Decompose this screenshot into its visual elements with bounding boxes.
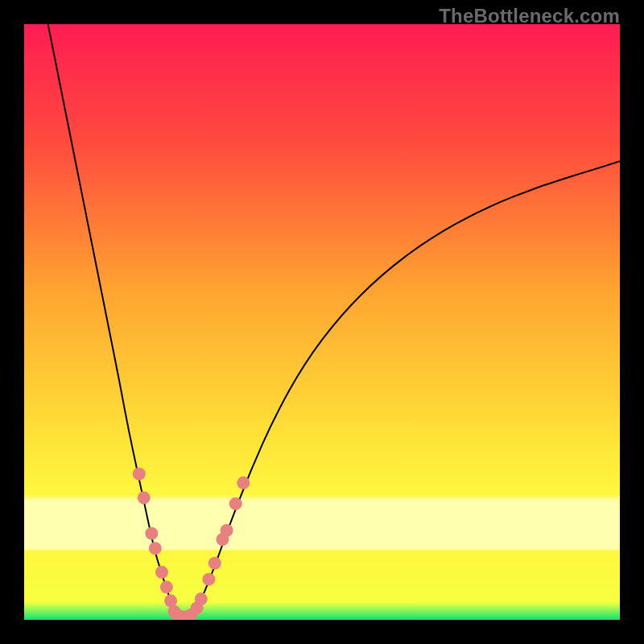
- marker-dot: [221, 524, 233, 537]
- marker-dot: [155, 566, 168, 579]
- bottleneck-curve: [48, 24, 620, 617]
- marker-dot: [160, 580, 173, 593]
- watermark-label: TheBottleneck.com: [439, 5, 620, 27]
- marker-dot: [195, 592, 208, 605]
- marker-dot: [138, 491, 151, 504]
- chart-svg: [24, 24, 620, 620]
- marker-dot: [237, 477, 250, 489]
- plot-area: [24, 24, 620, 620]
- marker-dot: [202, 573, 215, 586]
- outer-black-frame: TheBottleneck.com: [0, 0, 644, 644]
- marker-dot: [133, 468, 146, 481]
- marker-dot: [208, 557, 221, 570]
- marker-dot: [145, 527, 158, 540]
- marker-dot: [149, 542, 162, 555]
- marker-dot: [229, 497, 242, 510]
